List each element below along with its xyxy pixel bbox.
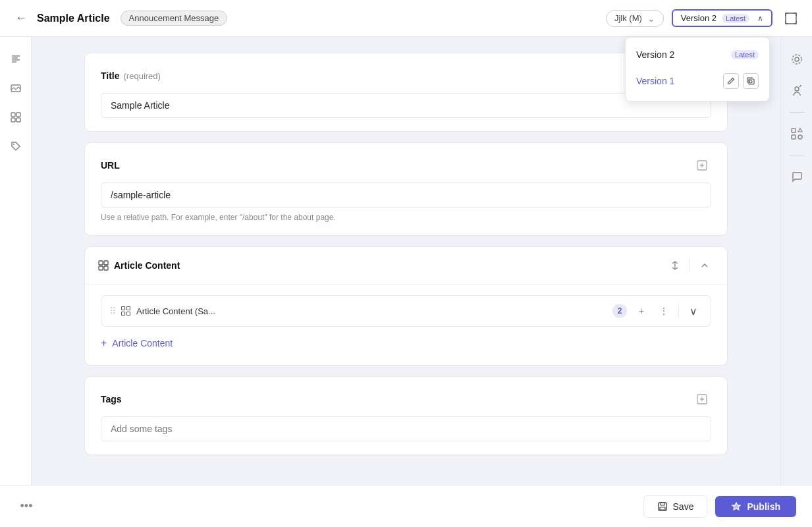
- version-1-actions: [723, 73, 759, 89]
- svg-point-19: [795, 87, 799, 91]
- title-required-label: (required): [124, 71, 161, 81]
- article-content-card: Article Content ⠿: [84, 246, 728, 366]
- svg-line-10: [16, 87, 18, 89]
- content-item-actions: + ⋮: [632, 302, 673, 320]
- svg-rect-29: [104, 261, 108, 265]
- sidebar-icon-image[interactable]: [4, 76, 28, 100]
- svg-rect-22: [792, 128, 796, 132]
- article-content-header: Article Content: [85, 247, 727, 285]
- version-selector[interactable]: Version 2 Latest ∧: [672, 9, 772, 27]
- svg-rect-0: [786, 13, 796, 24]
- right-sidebar-components-icon[interactable]: [785, 122, 809, 146]
- svg-rect-39: [660, 507, 665, 510]
- tags-input[interactable]: [101, 416, 711, 441]
- user-chevron-icon: ⌄: [647, 13, 655, 24]
- article-content-collapse-button[interactable]: [695, 256, 714, 275]
- svg-point-17: [795, 57, 799, 61]
- url-field-actions: [693, 156, 711, 175]
- tags-field-header: Tags: [101, 390, 711, 408]
- svg-rect-32: [122, 306, 125, 310]
- content-item-expand-button[interactable]: ∨: [684, 302, 703, 320]
- right-sidebar-settings-icon[interactable]: [785, 47, 809, 71]
- bottom-bar: ••• Save Publish: [0, 485, 812, 527]
- more-options-button[interactable]: •••: [16, 496, 37, 517]
- svg-rect-25: [792, 135, 796, 139]
- title-input[interactable]: [101, 93, 711, 118]
- svg-point-16: [13, 144, 14, 145]
- fullscreen-icon: [785, 13, 797, 24]
- version-item-v2[interactable]: Version 2 Latest: [626, 43, 769, 67]
- save-icon: [657, 501, 668, 512]
- main-content: Title (required) URL: [32, 37, 780, 485]
- header: ← Sample Article Annoucement Message Jjl…: [0, 0, 812, 37]
- article-content-title: Article Content: [114, 260, 666, 271]
- article-content-grid-icon: [98, 260, 109, 271]
- url-field-header: URL: [101, 156, 711, 175]
- svg-rect-28: [99, 261, 103, 265]
- user-selector[interactable]: Jjlk (M) ⌄: [606, 10, 664, 27]
- left-sidebar: [0, 37, 32, 527]
- right-sidebar-comments-icon[interactable]: [785, 165, 809, 188]
- version-dropdown: Version 2 Latest Version 1: [625, 37, 770, 101]
- section-divider: [690, 259, 690, 272]
- sidebar-icon-tag[interactable]: [4, 134, 28, 158]
- page-title: Sample Article: [37, 13, 110, 24]
- url-action-button[interactable]: [693, 156, 711, 175]
- content-item-grid-icon: [121, 306, 131, 316]
- tags-field-actions: [693, 390, 711, 408]
- title-field-header: Title (required): [101, 67, 711, 85]
- svg-rect-38: [661, 503, 664, 505]
- content-item-more-button[interactable]: ⋮: [655, 302, 673, 320]
- svg-rect-34: [122, 312, 125, 315]
- url-card: URL Use a relative path. For example, en…: [84, 142, 728, 236]
- version-label: Version 2: [681, 13, 717, 23]
- tags-card: Tags: [84, 376, 728, 455]
- version-1-copy-button[interactable]: [743, 73, 759, 89]
- content-item-divider: [678, 303, 679, 319]
- svg-rect-15: [16, 118, 20, 122]
- tags-action-button[interactable]: [693, 390, 711, 408]
- publish-icon: [731, 501, 742, 512]
- svg-rect-33: [127, 306, 130, 310]
- latest-badge: Latest: [722, 14, 749, 23]
- publish-button[interactable]: Publish: [715, 496, 796, 517]
- svg-line-9: [14, 88, 16, 90]
- content-item-name: Article Content (Sa...: [136, 306, 607, 316]
- version-chevron-up-icon: ∧: [757, 14, 763, 23]
- version-2-latest-badge: Latest: [731, 50, 759, 59]
- svg-rect-31: [104, 266, 108, 270]
- expand-button[interactable]: [780, 8, 801, 29]
- content-item-count: 2: [612, 304, 627, 318]
- article-content-move-button[interactable]: [666, 256, 684, 275]
- right-sidebar-seo-icon[interactable]: [785, 79, 809, 103]
- url-label: URL: [101, 160, 120, 171]
- save-button[interactable]: Save: [643, 495, 708, 518]
- content-item-add-button[interactable]: +: [632, 302, 651, 320]
- announcement-badge[interactable]: Annoucement Message: [121, 11, 228, 26]
- sidebar-icon-grid[interactable]: [4, 105, 28, 129]
- svg-rect-30: [99, 266, 103, 270]
- drag-handle-icon[interactable]: ⠿: [109, 306, 116, 316]
- back-button[interactable]: ←: [11, 8, 32, 29]
- svg-rect-14: [11, 118, 15, 122]
- version-2-label: Version 2: [636, 49, 726, 60]
- right-sidebar: [780, 37, 812, 485]
- add-article-content-link[interactable]: + Article Content: [101, 335, 711, 352]
- version-item-v1[interactable]: Version 1: [626, 67, 769, 96]
- right-sidebar-divider-2: [789, 155, 805, 155]
- version-1-edit-button[interactable]: [723, 73, 739, 89]
- right-sidebar-divider-1: [789, 112, 805, 113]
- url-hint: Use a relative path. For example, enter …: [101, 213, 711, 222]
- content-item: ⠿ Article Content (Sa... 2 + ⋮ ∨: [101, 295, 711, 327]
- svg-point-2: [749, 80, 752, 83]
- svg-point-24: [798, 135, 802, 139]
- user-label: Jjlk (M): [614, 13, 642, 23]
- title-label: Title: [101, 70, 120, 81]
- sidebar-icon-text[interactable]: [4, 47, 28, 71]
- add-content-label: Article Content: [112, 338, 173, 348]
- svg-rect-12: [11, 113, 15, 117]
- version-1-label: Version 1: [636, 76, 723, 86]
- svg-marker-23: [798, 128, 802, 132]
- url-input[interactable]: [101, 182, 711, 208]
- svg-point-18: [792, 55, 801, 64]
